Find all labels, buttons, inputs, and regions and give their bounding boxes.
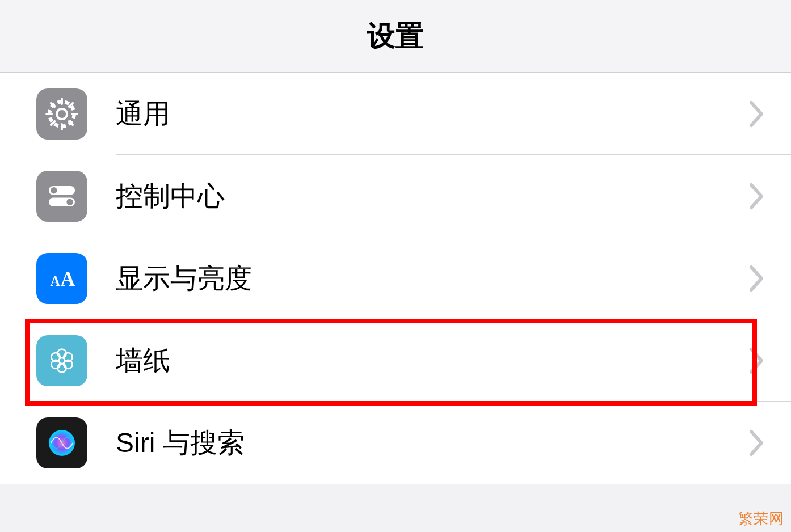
row-wallpaper[interactable]: 墙纸: [0, 319, 791, 402]
chevron-right-icon: [749, 100, 766, 128]
gear-icon: [36, 88, 87, 140]
svg-text:A: A: [51, 273, 61, 288]
svg-point-5: [66, 199, 73, 205]
row-display-brightness[interactable]: A A 显示与亮度: [0, 237, 791, 319]
row-label: 通用: [116, 96, 749, 132]
settings-list: 通用 控制中心 A A 显示与亮度: [0, 73, 791, 484]
toggles-icon: [36, 171, 87, 222]
flower-icon: [36, 335, 87, 386]
row-label: Siri 与搜索: [116, 425, 749, 461]
header: 设置: [0, 0, 791, 73]
chevron-right-icon: [749, 265, 766, 292]
svg-text:A: A: [60, 267, 75, 290]
row-siri-search[interactable]: Siri 与搜索: [0, 402, 791, 484]
svg-point-3: [51, 187, 57, 194]
row-general[interactable]: 通用: [0, 73, 791, 155]
row-label: 控制中心: [116, 178, 749, 214]
row-label: 显示与亮度: [116, 260, 749, 297]
chevron-right-icon: [749, 183, 766, 210]
svg-point-0: [57, 109, 67, 119]
page-title: 设置: [367, 17, 424, 55]
text-size-icon: A A: [36, 253, 87, 304]
watermark: 繁荣网: [738, 509, 784, 529]
siri-icon: [36, 417, 87, 468]
row-control-center[interactable]: 控制中心: [0, 155, 791, 237]
chevron-right-icon: [749, 347, 766, 374]
row-label: 墙纸: [116, 343, 749, 379]
chevron-right-icon: [749, 429, 766, 457]
